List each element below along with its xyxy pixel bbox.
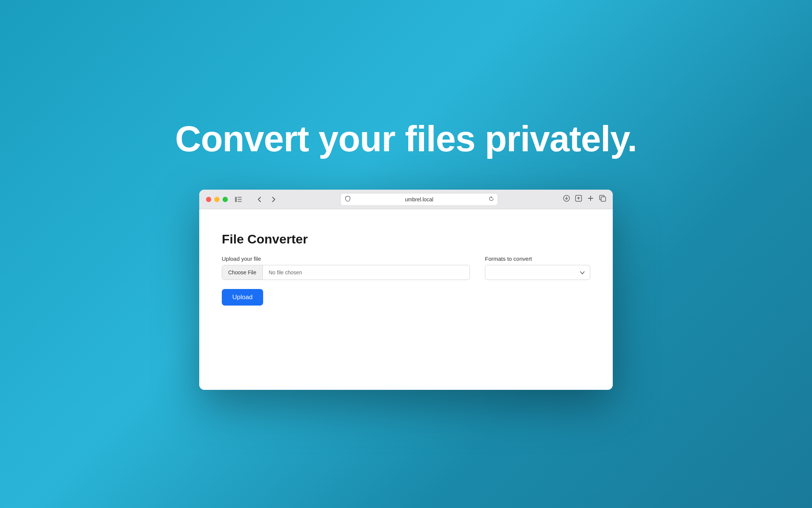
format-group: Formats to convert <box>485 256 590 280</box>
svg-rect-8 <box>601 197 606 201</box>
traffic-light-yellow[interactable] <box>214 197 220 202</box>
upload-button[interactable]: Upload <box>222 289 263 306</box>
svg-rect-1 <box>238 197 242 198</box>
download-icon[interactable] <box>563 195 570 204</box>
svg-rect-3 <box>238 201 242 202</box>
app-title: File Converter <box>222 232 590 246</box>
reload-icon[interactable] <box>489 196 494 202</box>
browser-actions <box>563 195 606 204</box>
address-bar-container: umbrel.local <box>284 193 554 206</box>
format-select[interactable] <box>485 265 590 280</box>
browser-controls <box>253 193 280 205</box>
browser-titlebar: umbrel.local <box>199 190 613 209</box>
hero-title: Convert your files privately. <box>175 118 637 160</box>
file-name-text: No file chosen <box>263 269 470 275</box>
share-icon[interactable] <box>575 195 582 204</box>
tabs-icon[interactable] <box>599 195 606 204</box>
choose-file-button[interactable]: Choose File <box>222 265 263 280</box>
form-row: Upload your file Choose File No file cho… <box>222 256 590 280</box>
upload-label: Upload your file <box>222 256 470 262</box>
browser-content: File Converter Upload your file Choose F… <box>199 209 613 390</box>
chevron-down-icon <box>580 269 585 275</box>
forward-button[interactable] <box>268 193 280 205</box>
traffic-light-green[interactable] <box>223 197 228 202</box>
file-upload-group: Upload your file Choose File No file cho… <box>222 256 470 280</box>
traffic-lights <box>206 197 228 202</box>
back-button[interactable] <box>253 193 265 205</box>
new-tab-icon[interactable] <box>587 195 594 204</box>
file-input-wrapper: Choose File No file chosen <box>222 265 470 280</box>
address-bar[interactable]: umbrel.local <box>340 193 498 206</box>
shield-icon <box>345 196 350 203</box>
svg-rect-0 <box>235 197 237 202</box>
formats-label: Formats to convert <box>485 256 590 262</box>
sidebar-toggle-icon[interactable] <box>232 193 244 205</box>
traffic-light-red[interactable] <box>206 197 211 202</box>
browser-window: umbrel.local <box>199 190 613 390</box>
url-text: umbrel.local <box>405 196 433 202</box>
svg-rect-2 <box>238 199 242 200</box>
